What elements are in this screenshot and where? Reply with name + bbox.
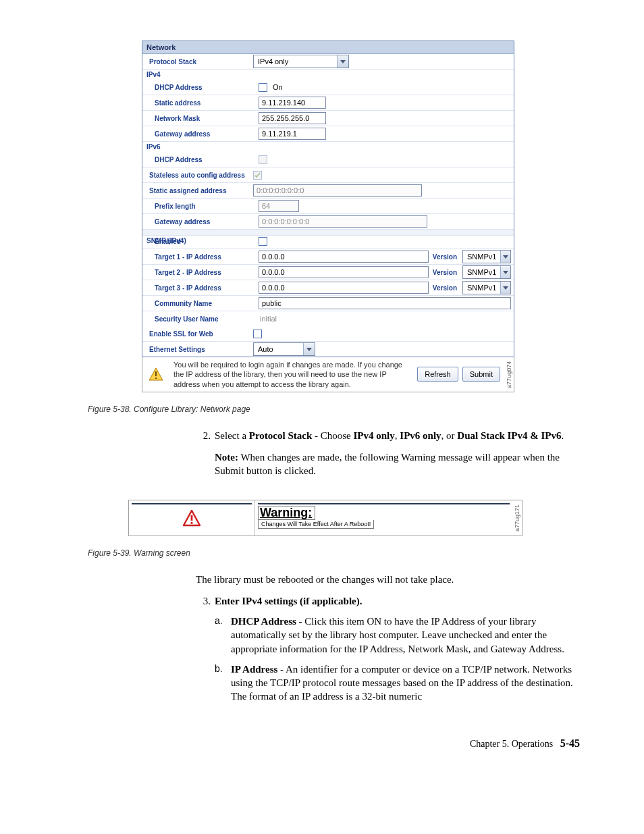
- ipv4-static-label: Static address: [142, 98, 259, 108]
- ipv4-static-input[interactable]: [259, 97, 326, 109]
- snmp-target3-input[interactable]: [259, 282, 429, 294]
- ipv6-dhcp-label: DHCP Address: [142, 155, 259, 165]
- ipv4-gateway-label: Gateway address: [142, 129, 259, 139]
- security-user-value: initial: [259, 315, 277, 323]
- submit-button[interactable]: Submit: [462, 367, 500, 382]
- refresh-button[interactable]: Refresh: [417, 367, 458, 382]
- svg-rect-3: [191, 522, 193, 524]
- snmp-version2-label: Version: [431, 269, 460, 276]
- chevron-down-icon: [337, 55, 348, 68]
- warning-message: Changes Will Take Effect After A Reboot!: [258, 520, 374, 529]
- ssl-checkbox[interactable]: [253, 330, 262, 338]
- ipv6-prefix-label: Prefix length: [142, 201, 259, 211]
- ipv4-mask-input[interactable]: [259, 112, 326, 124]
- snmp-target2-input[interactable]: [259, 266, 429, 278]
- ethernet-label: Ethernet Settings: [142, 344, 253, 355]
- ipv4-section-label: IPv4: [142, 70, 514, 80]
- footer-message: You will be required to login again if c…: [169, 357, 413, 392]
- ipv4-gateway-input[interactable]: [259, 128, 326, 140]
- warning-triangle-icon: [182, 509, 201, 527]
- ipv6-static-label: Static assigned address: [142, 186, 253, 196]
- svg-rect-1: [155, 377, 157, 379]
- ssl-label: Enable SSL for Web: [142, 329, 253, 339]
- chevron-down-icon: [500, 266, 510, 278]
- community-input[interactable]: [259, 297, 511, 309]
- snmp-version1-select[interactable]: SNMPv1: [462, 250, 511, 263]
- instructions: 2. Select a Protocol Stack - Choose IPv4…: [196, 429, 580, 490]
- figure-5-39-caption: Figure 5-39. Warning screen: [88, 548, 580, 558]
- snmp-target1-label: Target 1 - IP Address: [142, 252, 259, 262]
- note: Note: When changes are made, the followi…: [215, 450, 580, 478]
- figure-tag: a77ug074: [504, 357, 514, 392]
- page-footer: Chapter 5. Operations 5-45: [88, 737, 580, 750]
- snmp-target1-input[interactable]: [259, 251, 429, 263]
- snmp-enabled-checkbox[interactable]: [259, 237, 267, 246]
- ipv4-dhcp-label: DHCP Address: [142, 82, 259, 93]
- ipv6-dhcp-checkbox: [259, 155, 267, 164]
- community-label: Community Name: [142, 298, 259, 309]
- protocol-stack-label: Protocol Stack: [142, 57, 253, 67]
- ipv6-static-input: [253, 184, 422, 197]
- snmp-version1-label: Version: [431, 253, 460, 261]
- step-3b: b. IP Address - An identifier for a comp…: [215, 662, 580, 704]
- warning-panel: Warning: Changes Will Take Effect After …: [128, 500, 522, 536]
- ipv4-dhcp-on-label: On: [270, 83, 283, 91]
- figure-5-38-caption: Figure 5-38. Configure Library: Network …: [88, 405, 580, 414]
- chevron-down-icon: [500, 251, 510, 263]
- snmp-enabled-label: Enabled: [142, 236, 259, 246]
- ipv6-stateless-label: Stateless auto config address: [142, 170, 253, 180]
- protocol-stack-value: IPv4 only: [254, 57, 337, 66]
- reboot-note: The library must be rebooted or the chan…: [196, 573, 580, 586]
- ipv6-section-label: IPv6: [142, 142, 514, 152]
- ipv6-gateway-label: Gateway address: [142, 217, 259, 227]
- svg-rect-0: [155, 371, 157, 376]
- ethernet-select[interactable]: Auto: [253, 342, 315, 356]
- ipv4-dhcp-checkbox[interactable]: [259, 83, 267, 92]
- snmp-target3-label: Target 3 - IP Address: [142, 283, 259, 293]
- network-footer: You will be required to login again if c…: [142, 357, 514, 392]
- warning-title: Warning:: [258, 506, 315, 520]
- step-2: 2. Select a Protocol Stack - Choose IPv4…: [196, 429, 580, 490]
- chevron-down-icon: [303, 343, 315, 355]
- svg-rect-2: [191, 515, 193, 521]
- snmp-target2-label: Target 2 - IP Address: [142, 267, 259, 278]
- snmp-version3-label: Version: [431, 284, 460, 292]
- snmp-version2-select[interactable]: SNMPv1: [462, 265, 511, 279]
- ipv6-gateway-input: [259, 215, 427, 228]
- step-3a: a. DHCP Address - Click this item ON to …: [215, 615, 580, 656]
- ipv4-mask-label: Network Mask: [142, 113, 259, 124]
- instructions-cont: The library must be rebooted or the chan…: [196, 573, 580, 710]
- ipv6-prefix-input: [259, 200, 299, 212]
- warning-icon: [142, 357, 169, 392]
- ipv6-stateless-checkbox: [253, 171, 262, 180]
- network-panel: Network Protocol Stack IPv4 only IPv4 DH…: [142, 41, 514, 357]
- panel-header: Network: [142, 41, 514, 54]
- chevron-down-icon: [500, 282, 510, 294]
- security-user-label: Security User Name: [142, 314, 259, 324]
- snmp-version3-select[interactable]: SNMPv1: [462, 281, 511, 294]
- protocol-stack-select[interactable]: IPv4 only: [253, 55, 349, 68]
- figure-tag: a77ug171: [512, 500, 522, 536]
- step-3: 3. Enter IPv4 settings (if applicable). …: [196, 594, 580, 710]
